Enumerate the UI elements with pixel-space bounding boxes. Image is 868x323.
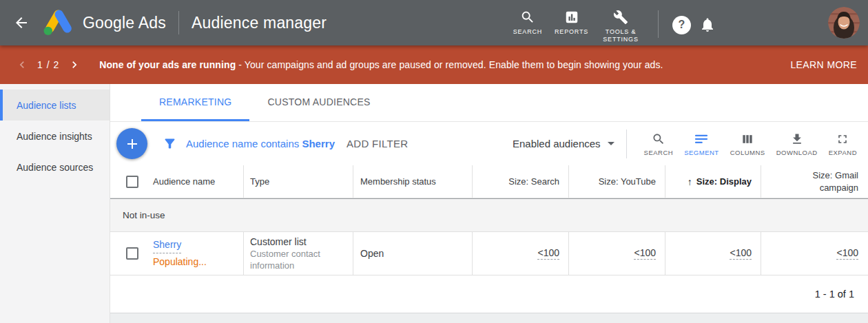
reports-icon (564, 9, 579, 25)
sidebar-item-audience-insights[interactable]: Audience insights (0, 121, 110, 152)
topbar-right: SEARCH REPORTS TOOLS & SETTINGS (507, 0, 868, 45)
group-row-not-in-use: Not in-use (110, 198, 868, 232)
banner-pager: 1 / 2 (37, 59, 59, 70)
sidebar: Audience lists Audience insights Audienc… (0, 84, 110, 323)
audience-view-selector[interactable]: Enabled audiences (513, 138, 614, 149)
sidebar-item-label: Audience insights (17, 131, 92, 142)
banner-next-icon[interactable] (68, 58, 81, 72)
filter-prefix: Audience name contains (186, 138, 302, 149)
sorted-column[interactable]: ↑ Size: Display (688, 176, 752, 187)
header-size-display: ↑ Size: Display (665, 165, 761, 198)
cell-size-gmail: <100 (761, 232, 868, 275)
column-label[interactable]: Audience name (153, 176, 215, 187)
table-search-label: SEARCH (644, 149, 674, 156)
expand-label: EXPAND (829, 149, 857, 156)
cell-type: Customer list Customer contact informati… (244, 232, 353, 275)
product-name: Google Ads (83, 14, 166, 32)
chevron-down-icon (608, 142, 614, 145)
row-checkbox[interactable] (126, 247, 138, 260)
columns-button[interactable]: COLUMNS (725, 132, 771, 156)
size-youtube-value[interactable]: <100 (634, 247, 656, 260)
topbar-left: Google Ads Audience manager (0, 9, 327, 37)
column-label[interactable]: Size: Search (508, 176, 559, 187)
segment-button[interactable]: SEGMENT (679, 132, 724, 156)
expand-icon (836, 132, 849, 147)
table-footer: 1 - 1 of 1 (110, 275, 868, 313)
filter-funnel-icon[interactable] (163, 136, 177, 151)
type-primary: Customer list (250, 236, 340, 248)
header-size-youtube: Size: YouTube (569, 165, 665, 198)
header-membership-status: Membership status (353, 165, 473, 198)
column-label[interactable]: Size: Gmail campaign (789, 169, 858, 194)
cell-size-youtube: <100 (569, 232, 665, 275)
sidebar-item-label: Audience lists (17, 100, 76, 111)
topbar-divider (658, 10, 659, 38)
add-audience-button[interactable] (116, 128, 147, 159)
wrench-icon (613, 9, 628, 25)
group-label: Not in-use (123, 210, 165, 220)
sidebar-item-audience-sources[interactable]: Audience sources (0, 152, 110, 183)
column-label[interactable]: Size: YouTube (599, 176, 656, 187)
segment-label: SEGMENT (684, 149, 719, 156)
help-icon[interactable]: ? (672, 16, 691, 34)
header-size-gmail: Size: Gmail campaign (761, 165, 868, 198)
banner-message-bold: None of your ads are running (99, 59, 236, 70)
columns-label: COLUMNS (730, 149, 765, 156)
filter-value: Sherry (302, 138, 335, 149)
size-gmail-value[interactable]: <100 (836, 247, 858, 260)
download-label: DOWNLOAD (776, 149, 818, 156)
tab-custom-audiences[interactable]: CUSTOM AUDIENCES (249, 84, 388, 121)
column-label[interactable]: Type (250, 176, 269, 187)
size-search-value[interactable]: <100 (537, 247, 559, 260)
banner-message: None of your ads are running - Your camp… (99, 59, 663, 70)
active-filter-chip[interactable]: Audience name contains Sherry (186, 138, 335, 149)
learn-more-link[interactable]: LEARN MORE (790, 59, 857, 70)
search-icon (652, 132, 665, 147)
page-background (110, 313, 868, 323)
cell-membership-status: Open (353, 232, 473, 275)
notification-banner: 1 / 2 None of your ads are running - You… (0, 45, 868, 84)
page-title: Audience manager (192, 14, 327, 32)
cell-audience-name: Sherry Populating... (110, 232, 244, 275)
google-ads-logo-icon[interactable] (43, 9, 74, 37)
tools-settings-nav-button[interactable]: TOOLS & SETTINGS (601, 9, 641, 44)
topbar-utility-group: ? (670, 9, 868, 39)
topbar-divider (178, 11, 179, 34)
table-header-row: Audience name Type Membership status Siz… (110, 165, 868, 198)
tools-settings-nav-label: TOOLS & SETTINGS (601, 28, 641, 44)
column-label[interactable]: Membership status (360, 176, 436, 187)
download-button[interactable]: DOWNLOAD (771, 132, 823, 156)
expand-button[interactable]: EXPAND (823, 132, 862, 156)
download-icon (790, 132, 804, 147)
notifications-bell-icon[interactable] (699, 17, 716, 33)
back-arrow-icon[interactable] (12, 14, 30, 32)
tab-remarketing[interactable]: REMARKETING (141, 84, 249, 121)
sidebar-item-audience-lists[interactable]: Audience lists (0, 90, 110, 121)
plus-icon (124, 136, 141, 152)
search-nav-button[interactable]: SEARCH (513, 9, 542, 36)
add-filter-button[interactable]: ADD FILTER (347, 138, 408, 149)
reports-nav-label: REPORTS (555, 28, 588, 36)
tab-bar: REMARKETING CUSTOM AUDIENCES (110, 84, 868, 122)
header-size-search: Size: Search (473, 165, 569, 198)
cell-size-search: <100 (473, 232, 569, 275)
top-app-bar: Google Ads Audience manager SEARCH (0, 0, 868, 45)
view-selector-label: Enabled audiences (513, 138, 601, 149)
name-stack: Sherry Populating... (153, 238, 207, 269)
segment-icon (694, 132, 709, 147)
toolbar-divider (626, 129, 627, 158)
search-icon (520, 9, 535, 25)
audience-name-link[interactable]: Sherry (153, 238, 181, 253)
search-nav-label: SEARCH (513, 28, 542, 36)
select-all-checkbox[interactable] (126, 176, 138, 188)
column-label: Size: Display (696, 176, 752, 187)
header-audience-name: Audience name (110, 165, 244, 198)
table-row: Sherry Populating... Customer list Custo… (110, 232, 868, 275)
banner-message-rest: - Your campaigns and ad groups are pause… (236, 59, 663, 70)
table-search-button[interactable]: SEARCH (639, 132, 679, 156)
size-display-value[interactable]: <100 (730, 247, 752, 260)
reports-nav-button[interactable]: REPORTS (555, 9, 588, 36)
banner-previous-icon[interactable] (15, 58, 29, 72)
sidebar-item-label: Audience sources (17, 162, 93, 173)
user-avatar[interactable] (828, 7, 860, 39)
